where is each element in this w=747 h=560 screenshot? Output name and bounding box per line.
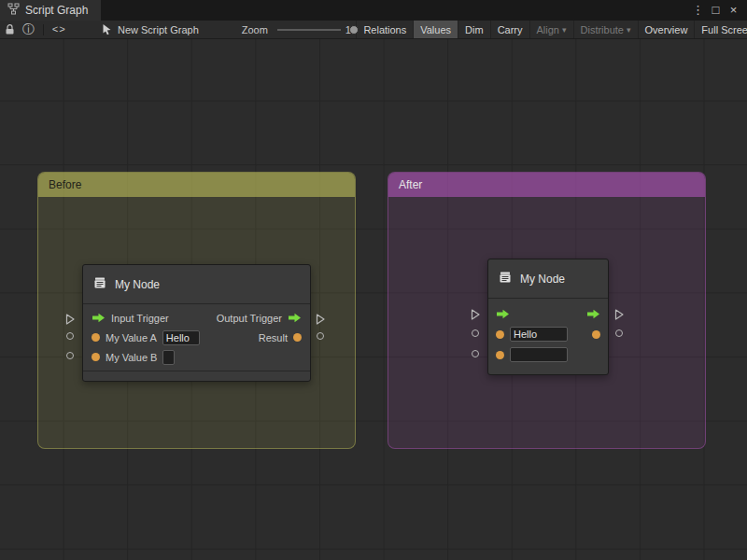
input-trigger-icon[interactable]	[496, 309, 510, 319]
result-port-icon[interactable]	[293, 333, 302, 342]
node-icon	[92, 275, 107, 294]
node-body	[488, 299, 608, 374]
value-b-port-icon[interactable]	[496, 351, 504, 359]
value-b-label: My Value B	[106, 352, 157, 363]
external-value-port[interactable]	[472, 350, 479, 357]
window-controls: ⋮ □ ×	[690, 0, 747, 21]
zoom-slider[interactable]	[277, 21, 341, 39]
graph-name: New Script Graph	[118, 24, 199, 35]
node-after-header[interactable]: My Node	[488, 259, 608, 299]
distribute-label: Distribute	[581, 24, 624, 35]
value-a-input[interactable]	[162, 330, 200, 345]
graph-canvas[interactable]: Before After My Node	[0, 39, 747, 560]
external-trigger-port[interactable]	[316, 312, 325, 323]
fullscreen-button[interactable]: Full Screen	[694, 21, 747, 39]
zoom-slider-handle[interactable]	[349, 25, 359, 35]
node-after[interactable]: My Node	[487, 259, 609, 375]
group-before-header[interactable]: Before	[38, 173, 355, 197]
carry-button[interactable]: Carry	[490, 21, 529, 39]
input-trigger-icon[interactable]	[92, 313, 106, 323]
align-label: Align	[537, 24, 559, 35]
node-footer	[83, 371, 310, 381]
chevron-down-icon: ▾	[562, 25, 567, 35]
distribute-button[interactable]: Distribute ▾	[573, 21, 638, 39]
value-b-port-row: My Value B	[83, 347, 310, 367]
info-icon[interactable]: ⓘ	[22, 21, 35, 39]
group-after-title: After	[399, 178, 422, 191]
chevron-down-icon: ▾	[627, 25, 631, 35]
menu-icon[interactable]: ⋮	[690, 0, 706, 21]
script-graph-icon	[7, 3, 20, 18]
trigger-port-row	[488, 303, 608, 324]
node-title: My Node	[520, 273, 565, 286]
dim-button[interactable]: Dim	[458, 21, 490, 39]
node-icon	[498, 270, 513, 288]
node-body: Input Trigger Output Trigger My Value A …	[83, 304, 310, 371]
toolbar: ⓘ <> New Script Graph Zoom 1x Relations …	[0, 21, 747, 39]
close-icon[interactable]: ×	[726, 0, 741, 21]
output-trigger-icon[interactable]	[288, 313, 302, 323]
external-trigger-port[interactable]	[471, 307, 480, 318]
external-value-port[interactable]	[66, 352, 74, 359]
align-button[interactable]: Align ▾	[529, 21, 573, 39]
maximize-icon[interactable]: □	[708, 0, 724, 21]
value-b-port-row	[488, 344, 608, 365]
value-a-port-icon[interactable]	[496, 330, 504, 339]
node-title: My Node	[115, 278, 160, 291]
node-before[interactable]: My Node Input Trigger Output Trigger	[82, 264, 311, 382]
result-label: Result	[259, 332, 288, 343]
value-a-port-icon[interactable]	[92, 333, 100, 342]
values-button[interactable]: Values	[413, 21, 458, 39]
zoom-label: Zoom	[242, 24, 268, 35]
group-before-title: Before	[49, 178, 81, 191]
value-a-port-row	[488, 324, 608, 344]
trigger-port-row: Input Trigger Output Trigger	[83, 308, 310, 328]
toolbar-separator	[43, 24, 44, 35]
title-bar: Script Graph ⋮ □ ×	[0, 0, 747, 21]
result-port-icon[interactable]	[592, 330, 600, 339]
code-icon[interactable]: <>	[52, 21, 66, 39]
external-trigger-port[interactable]	[614, 307, 624, 318]
script-graph-tab[interactable]: Script Graph	[0, 0, 101, 21]
value-b-input[interactable]	[162, 350, 175, 365]
value-b-port-icon[interactable]	[92, 353, 100, 361]
value-a-label: My Value A	[106, 332, 157, 343]
node-before-header[interactable]: My Node	[83, 265, 310, 304]
pointer-icon	[102, 21, 112, 39]
value-a-input[interactable]	[510, 327, 568, 342]
external-value-port[interactable]	[472, 329, 479, 337]
group-after-header[interactable]: After	[388, 173, 705, 197]
external-value-port[interactable]	[615, 329, 623, 337]
overview-button[interactable]: Overview	[638, 21, 695, 39]
input-trigger-label: Input Trigger	[111, 313, 169, 324]
lock-icon[interactable]	[5, 21, 15, 39]
value-a-port-row: My Value A Result	[83, 328, 310, 347]
external-value-port[interactable]	[66, 332, 74, 340]
output-trigger-label: Output Trigger	[217, 313, 282, 324]
external-trigger-port[interactable]	[65, 312, 75, 323]
value-b-input[interactable]	[510, 347, 568, 362]
toolbar-button-group: Relations Values Dim Carry Align ▾ Distr…	[356, 21, 747, 39]
external-value-port[interactable]	[317, 332, 324, 340]
output-trigger-icon[interactable]	[586, 309, 600, 319]
zoom-slider-track[interactable]	[277, 29, 341, 31]
relations-button[interactable]: Relations	[356, 21, 413, 39]
tab-title: Script Graph	[25, 4, 88, 17]
